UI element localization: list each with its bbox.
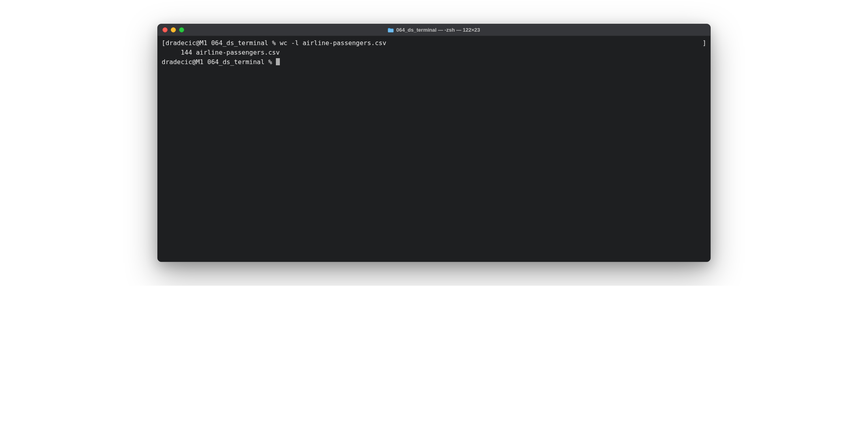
titlebar[interactable]: 064_ds_terminal — -zsh — 122×23 (158, 24, 710, 36)
shell-prompt: dradecic@M1 064_ds_terminal % (166, 39, 280, 47)
folder-icon (388, 28, 394, 32)
minimize-button[interactable] (171, 27, 176, 32)
cursor (276, 58, 280, 65)
terminal-line-3: dradecic@M1 064_ds_terminal % (162, 57, 706, 67)
window-title-text: 064_ds_terminal — -zsh — 122×23 (396, 27, 480, 33)
command-text: wc -l airline-passengers.csv (280, 39, 387, 47)
terminal-body[interactable]: [dradecic@M1 064_ds_terminal % wc -l air… (158, 36, 710, 262)
terminal-window: 064_ds_terminal — -zsh — 122×23 [dradeci… (157, 24, 711, 262)
window-title: 064_ds_terminal — -zsh — 122×23 (388, 27, 480, 33)
prompt-left-bracket: [ (162, 39, 166, 47)
traffic-lights (162, 27, 184, 32)
prompt-right-bracket: ] (702, 38, 706, 48)
terminal-line-1: [dradecic@M1 064_ds_terminal % wc -l air… (162, 38, 706, 48)
maximize-button[interactable] (179, 27, 184, 32)
close-button[interactable] (162, 27, 168, 32)
command-output: 144 airline-passengers.csv (162, 49, 280, 56)
terminal-line-2: 144 airline-passengers.csv (162, 48, 706, 57)
shell-prompt: dradecic@M1 064_ds_terminal % (162, 58, 276, 66)
